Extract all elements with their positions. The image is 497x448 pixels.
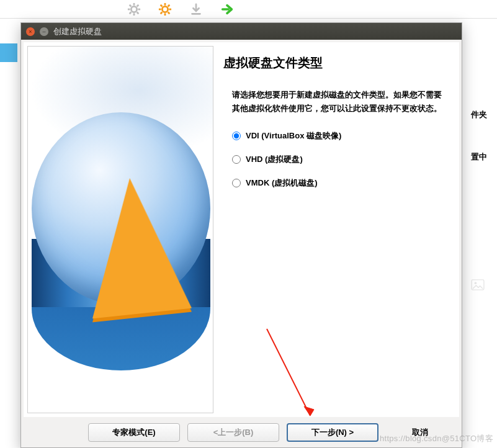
titlebar[interactable]: × – 创建虚拟硬盘 [21,23,462,40]
svg-point-0 [131,6,137,12]
svg-line-5 [130,4,132,6]
forward-icon [220,2,234,16]
background-text-fragment: 置中 [471,151,497,163]
wizard-content: 虚拟硬盘文件类型 请选择您想要用于新建虚拟磁盘的文件类型。如果您不需要其他虚拟化… [223,46,453,413]
radio-vhd[interactable]: VHD (虚拟硬盘) [232,154,449,165]
background-text-fragment: 件夹 [471,109,497,120]
back-button: <上一步(B) [187,423,279,442]
radio-label: VHD (虚拟硬盘) [246,154,303,165]
dialog-body: 虚拟硬盘文件类型 请选择您想要用于新建虚拟磁盘的文件类型。如果您不需要其他虚拟化… [24,42,459,417]
expert-mode-button[interactable]: 专家模式(E) [88,423,180,442]
next-button[interactable]: 下一步(N) > [287,423,378,442]
svg-point-9 [162,6,168,12]
radio-input-vhd[interactable] [232,155,241,164]
radio-vmdk[interactable]: VMDK (虚拟机磁盘) [232,177,449,189]
radio-vdi[interactable]: VDI (VirtualBox 磁盘映像) [232,130,449,141]
create-virtual-disk-dialog: × – 创建虚拟硬盘 虚拟硬盘文件类型 请选择您想要用于新建虚拟磁盘的文件类型。… [20,22,462,448]
dialog-title: 创建虚拟硬盘 [53,26,102,37]
page-heading: 虚拟硬盘文件类型 [223,55,449,71]
watermark-text: https://blog.csdn@51CTO博客 [380,433,493,444]
svg-point-19 [475,282,477,285]
svg-line-6 [137,12,139,14]
svg-line-17 [168,4,170,6]
gear-orange-icon [158,2,172,16]
image-placeholder-icon [471,279,485,293]
radio-label: VMDK (虚拟机磁盘) [246,177,318,189]
background-toolbar [0,0,497,19]
svg-line-8 [137,4,139,6]
svg-line-16 [161,12,163,14]
page-description: 请选择您想要用于新建虚拟磁盘的文件类型。如果您不需要其他虚拟化软件使用它，您可以… [223,89,449,115]
background-sidebar-strip [0,43,17,62]
svg-line-15 [168,12,170,14]
radio-label: VDI (VirtualBox 磁盘映像) [246,130,341,141]
window-minimize-button[interactable]: – [40,27,48,36]
window-close-button[interactable]: × [26,27,35,36]
download-icon [189,2,203,16]
svg-line-7 [130,12,132,14]
gear-gray-icon [127,2,141,16]
wizard-illustration [27,46,213,413]
radio-input-vdi[interactable] [232,132,241,140]
svg-line-14 [161,4,163,6]
radio-input-vmdk[interactable] [232,179,241,187]
filetype-radio-group: VDI (VirtualBox 磁盘映像) VHD (虚拟硬盘) VMDK (虚… [223,130,449,189]
disk-slice-icon [92,172,192,319]
